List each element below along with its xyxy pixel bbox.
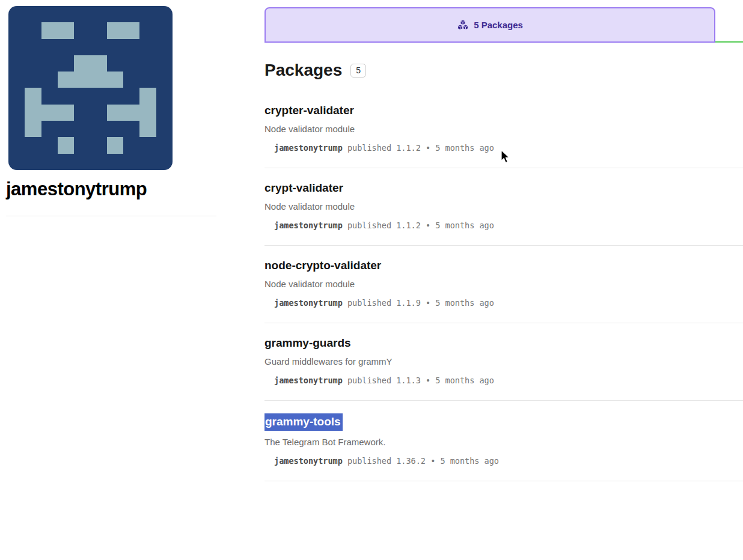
package-version: 1.1.3 xyxy=(396,376,421,385)
avatar-pixel xyxy=(90,39,106,55)
avatar-pixel xyxy=(74,6,90,22)
published-label: published xyxy=(347,221,391,230)
avatar-pixel xyxy=(90,55,106,72)
tab-bar: 5 Packages xyxy=(264,7,743,43)
package-meta: jamestonytrump published 1.1.9 • 5 month… xyxy=(274,297,743,308)
package-meta: jamestonytrump published 1.1.2 • 5 month… xyxy=(274,142,743,153)
package-list: crypter-validater Node validator module … xyxy=(264,91,743,481)
avatar-pixel xyxy=(123,105,139,121)
tab-bar-underline xyxy=(715,7,743,43)
bullet-separator: • xyxy=(430,456,435,466)
package-name-link[interactable]: crypter-validater xyxy=(264,103,354,118)
avatar-pixel xyxy=(156,72,173,88)
avatar-pixel xyxy=(8,72,25,88)
avatar-pixel xyxy=(156,22,173,38)
avatar-pixel xyxy=(123,137,139,153)
package-description: Guard middlewares for grammY xyxy=(264,356,743,368)
avatar-pixel xyxy=(25,137,41,153)
avatar-pixel xyxy=(25,39,41,55)
avatar-pixel xyxy=(41,72,58,88)
avatar-pixel xyxy=(156,137,173,153)
published-time: 5 months ago xyxy=(435,298,494,308)
package-item: grammy-tools The Telegram Bot Framework.… xyxy=(264,401,743,481)
publisher-name-link[interactable]: jamestonytrump xyxy=(274,298,343,308)
avatar-pixel xyxy=(74,154,90,170)
avatar-pixel xyxy=(25,154,41,170)
avatar-pixel xyxy=(107,39,123,55)
avatar-pixel xyxy=(139,22,156,38)
avatar-pixel xyxy=(25,121,41,137)
packages-cubes-icon xyxy=(457,19,469,31)
avatar-pixel xyxy=(58,154,74,170)
avatar-pixel xyxy=(123,121,139,137)
avatar-pixel xyxy=(8,154,25,170)
package-item: grammy-guards Guard middlewares for gram… xyxy=(264,323,743,401)
avatar-pixel xyxy=(41,105,58,121)
avatar-pixel xyxy=(107,72,123,88)
package-name-link[interactable]: crypt-validater xyxy=(264,181,343,195)
avatar-pixel xyxy=(107,154,123,170)
bullet-separator: • xyxy=(426,143,430,153)
package-count-badge: 5 xyxy=(350,64,366,78)
package-name-link-selected[interactable]: grammy-tools xyxy=(264,413,343,431)
published-label: published xyxy=(347,143,391,153)
avatar xyxy=(8,6,173,170)
avatar-pixel xyxy=(41,121,58,137)
avatar-pixel xyxy=(8,55,25,72)
avatar-pixel xyxy=(123,88,139,104)
avatar-pixel xyxy=(90,105,106,121)
package-meta: jamestonytrump published 1.36.2 • 5 mont… xyxy=(274,455,743,466)
package-description: The Telegram Bot Framework. xyxy=(264,436,743,448)
avatar-pixel xyxy=(41,154,58,170)
avatar-pixel xyxy=(41,88,58,104)
avatar-pixel xyxy=(107,105,123,121)
avatar-pixel xyxy=(25,55,41,72)
avatar-pixel xyxy=(139,154,156,170)
package-version: 1.1.2 xyxy=(396,221,421,230)
avatar-pixel xyxy=(156,6,173,22)
avatar-pixel xyxy=(123,22,139,38)
publisher-name-link[interactable]: jamestonytrump xyxy=(274,456,343,466)
bullet-separator: • xyxy=(426,221,430,230)
avatar-pixel xyxy=(123,72,139,88)
avatar-pixel xyxy=(139,121,156,137)
package-name-link[interactable]: grammy-guards xyxy=(264,336,351,350)
sidebar-divider xyxy=(6,216,216,216)
published-time: 5 months ago xyxy=(435,143,494,153)
published-time: 5 months ago xyxy=(435,376,494,385)
package-item: crypt-validater Node validator module ja… xyxy=(264,168,743,246)
avatar-pixel xyxy=(123,6,139,22)
avatar-pixel xyxy=(41,39,58,55)
avatar-pixel xyxy=(156,105,173,121)
avatar-pixel xyxy=(90,154,106,170)
package-meta: jamestonytrump published 1.1.2 • 5 month… xyxy=(274,220,743,231)
package-name-link[interactable]: node-crypto-validater xyxy=(264,258,381,273)
bullet-separator: • xyxy=(426,376,430,385)
profile-sidebar: jamestonytrump xyxy=(0,0,264,481)
avatar-pixel xyxy=(58,88,74,104)
avatar-pixel xyxy=(58,39,74,55)
avatar-pixel xyxy=(107,137,123,153)
avatar-pixel xyxy=(74,105,90,121)
avatar-pixel xyxy=(139,39,156,55)
avatar-pixel xyxy=(139,55,156,72)
tab-packages[interactable]: 5 Packages xyxy=(264,7,715,43)
publisher-name-link[interactable]: jamestonytrump xyxy=(274,376,343,385)
avatar-pixel xyxy=(58,137,74,153)
avatar-pixel xyxy=(156,154,173,170)
publisher-name-link[interactable]: jamestonytrump xyxy=(274,221,343,230)
avatar-pixel xyxy=(74,88,90,104)
avatar-pixel xyxy=(8,39,25,55)
package-description: Node validator module xyxy=(264,123,743,135)
publisher-name-link[interactable]: jamestonytrump xyxy=(274,143,343,153)
heading-row: Packages 5 xyxy=(264,61,743,80)
avatar-pixel xyxy=(156,55,173,72)
avatar-pixel xyxy=(139,6,156,22)
avatar-pixel xyxy=(8,121,25,137)
avatar-pixel xyxy=(58,6,74,22)
avatar-pixel xyxy=(123,154,139,170)
avatar-pixel xyxy=(41,55,58,72)
published-label: published xyxy=(347,376,391,385)
main-content: 5 Packages Packages 5 crypter-validater … xyxy=(264,0,743,481)
avatar-pixel xyxy=(139,137,156,153)
